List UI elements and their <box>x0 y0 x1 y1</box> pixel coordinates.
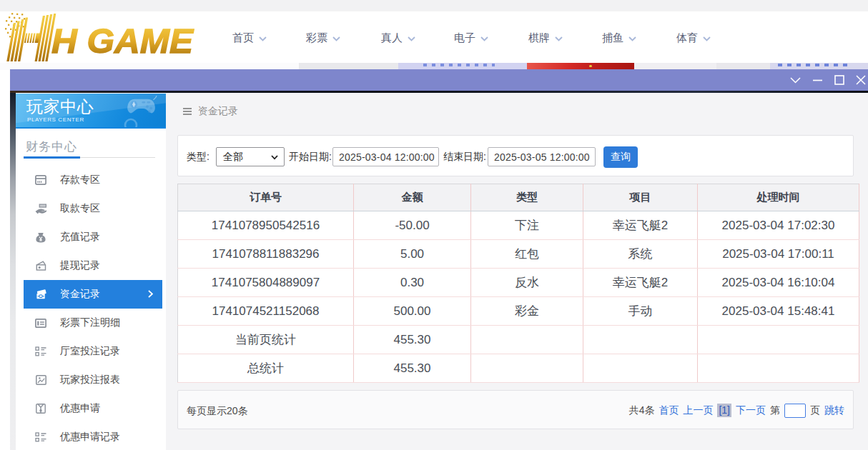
report-chart-icon <box>35 374 46 386</box>
sidebar-item-label: 存款专区 <box>60 174 100 186</box>
cell-amount: -50.00 <box>354 211 471 240</box>
sidebar-item-withdraw-records[interactable]: 提现记录 <box>24 251 162 280</box>
cell-empty <box>471 354 583 383</box>
sidebar-item-label: 充值记录 <box>60 231 100 244</box>
sidebar-item-label: 玩家投注报表 <box>60 374 120 386</box>
sidebar-item-player-bet-report[interactable]: 玩家投注报表 <box>24 366 162 394</box>
maximize-icon <box>834 75 844 85</box>
sidebar: 玩家中心 PLAYERS CENTER 财务中心 存款专区 取款专区 充值记录 <box>16 93 166 450</box>
nav-item-lottery[interactable]: 彩票 <box>306 31 340 45</box>
next-page-link[interactable]: 下一页 <box>736 404 766 417</box>
cell-time: 2025-03-04 15:48:41 <box>698 297 859 326</box>
cell-order-no: 1741078950542516 <box>178 211 354 240</box>
select-arrow-icon <box>271 155 278 160</box>
sidebar-item-promo-apply[interactable]: 优惠申请 <box>24 394 162 423</box>
cell-amount: 500.00 <box>354 297 471 326</box>
sidebar-item-withdraw[interactable]: 取款专区 <box>24 194 162 223</box>
cell-order-no: 1741075804889097 <box>178 269 354 297</box>
cell-time: 2025-03-04 17:02:30 <box>698 211 859 240</box>
withdraw-hand-icon <box>35 203 46 214</box>
logo-mark <box>6 14 56 61</box>
type-select[interactable]: 全部 <box>216 147 285 166</box>
first-page-link[interactable]: 首页 <box>659 404 679 417</box>
window-minimize-button[interactable] <box>812 74 823 86</box>
nav-item-home[interactable]: 首页 <box>232 31 267 45</box>
chevron-down-icon <box>703 36 711 41</box>
sidebar-header: 玩家中心 PLAYERS CENTER <box>16 94 166 127</box>
menu-icon[interactable] <box>183 108 192 115</box>
nav-item-cards[interactable]: 棋牌 <box>528 31 563 45</box>
pagination-panel: 每页显示20条 共4条 首页 上一页 [1] 下一页 第 页 跳转 <box>177 390 854 429</box>
sidebar-item-promo-apply-records[interactable]: 优惠申请记录 <box>24 423 162 450</box>
chevron-down-icon <box>259 36 267 41</box>
table-row-grand-total: 总统计 455.30 <box>178 354 859 383</box>
nav-item-live[interactable]: 真人 <box>381 31 415 45</box>
cell-empty <box>698 354 859 383</box>
page-jump-input[interactable] <box>784 404 806 418</box>
table-row: 1741078811883296 5.00 红包 系统 2025-03-04 1… <box>178 240 859 269</box>
prev-page-link[interactable]: 上一页 <box>683 404 713 417</box>
checklist-icon <box>35 346 46 357</box>
jump-prefix-label: 第 <box>770 404 780 417</box>
site-logo: H GAME <box>1 10 202 66</box>
chevron-down-icon <box>332 36 340 41</box>
sidebar-item-label: 提现记录 <box>60 259 100 272</box>
current-page-badge: [1] <box>717 404 731 417</box>
nav-label: 棋牌 <box>528 31 550 45</box>
jump-link[interactable]: 跳转 <box>824 404 844 417</box>
sidebar-item-deposit[interactable]: 存款专区 <box>24 166 162 194</box>
table-row: 1741074521152068 500.00 彩金 手动 2025-03-04… <box>178 297 859 326</box>
cell-order-no: 1741078811883296 <box>178 240 354 269</box>
type-label: 类型: <box>187 151 209 164</box>
table-header-row: 订单号 金额 类型 项目 处理时间 <box>178 184 859 211</box>
start-date-input[interactable]: 2025-03-04 12:00:00 <box>332 147 439 166</box>
circle-decoration <box>123 117 139 127</box>
end-date-input[interactable]: 2025-03-05 12:00:00 <box>488 147 596 166</box>
checklist-icon <box>35 431 46 443</box>
col-header-order-no: 订单号 <box>178 184 354 211</box>
window-left-border <box>10 93 16 450</box>
window-close-button[interactable] <box>855 74 867 86</box>
chevron-down-icon <box>480 36 488 41</box>
sidebar-title: 玩家中心 <box>26 96 94 118</box>
sidebar-item-lottery-bet-details[interactable]: 彩票下注明细 <box>24 309 162 337</box>
col-header-item: 项目 <box>583 184 698 211</box>
table-head: 订单号 金额 类型 项目 处理时间 <box>178 184 859 211</box>
gamepad-icon <box>125 96 159 119</box>
nav-label: 真人 <box>381 31 403 45</box>
cell-type: 反水 <box>471 269 583 297</box>
cell-type: 下注 <box>471 211 583 240</box>
sidebar-item-hall-bet-records[interactable]: 厅室投注记录 <box>24 337 162 366</box>
breadcrumb: 资金记录 <box>183 105 238 118</box>
chevron-down-icon <box>628 36 636 41</box>
table-body: 1741078950542516 -50.00 下注 幸运飞艇2 2025-03… <box>178 211 859 383</box>
cell-empty <box>698 326 859 354</box>
nav-label: 首页 <box>232 31 254 45</box>
nav-item-sports[interactable]: 体育 <box>676 31 711 45</box>
chevron-down-icon <box>408 36 415 41</box>
sidebar-section-title: 财务中心 <box>26 139 77 155</box>
cell-label: 当前页统计 <box>178 326 354 354</box>
window-maximize-button[interactable] <box>834 74 845 86</box>
sidebar-item-label: 优惠申请记录 <box>60 431 120 444</box>
search-button[interactable]: 查询 <box>603 146 638 168</box>
nav-item-fishing[interactable]: 捕鱼 <box>602 31 636 45</box>
window-collapse-button[interactable] <box>789 74 801 86</box>
total-count: 共4条 <box>629 404 655 417</box>
cell-item: 手动 <box>583 297 698 326</box>
nav-label: 体育 <box>676 31 698 45</box>
banner-text-sliver <box>423 64 495 66</box>
nav-label: 捕鱼 <box>602 31 623 45</box>
chevron-down-icon <box>555 36 563 41</box>
window-titlebar[interactable] <box>10 69 868 91</box>
table-row: 1741075804889097 0.30 反水 幸运飞艇2 2025-03-0… <box>178 269 859 297</box>
sidebar-item-fund-records[interactable]: 资金记录 <box>24 280 162 309</box>
cell-empty <box>471 326 583 354</box>
sidebar-item-recharge-records[interactable]: 充值记录 <box>24 223 162 251</box>
filter-panel: 类型: 全部 开始日期: 2025-03-04 12:00:00 结束日期: 2… <box>177 135 854 176</box>
start-date-label: 开始日期: <box>289 151 332 164</box>
nav-item-slots[interactable]: 电子 <box>454 31 488 45</box>
minimize-icon <box>813 79 822 81</box>
table-row: 1741078950542516 -50.00 下注 幸运飞艇2 2025-03… <box>178 211 859 240</box>
cell-amount: 0.30 <box>354 269 471 297</box>
